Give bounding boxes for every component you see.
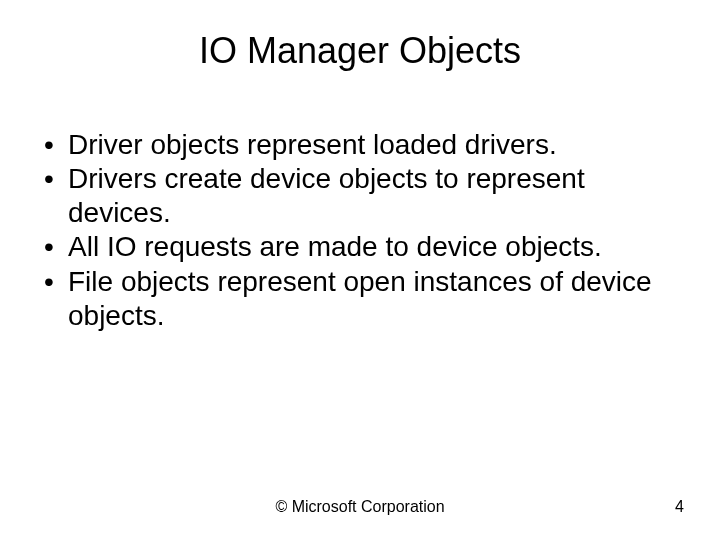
slide-body: Driver objects represent loaded drivers.… [40,128,660,333]
slide-title: IO Manager Objects [0,30,720,72]
slide: IO Manager Objects Driver objects repres… [0,0,720,540]
bullet-item: All IO requests are made to device objec… [40,230,660,264]
footer-copyright: © Microsoft Corporation [0,498,720,516]
page-number: 4 [675,498,684,516]
bullet-item: Drivers create device objects to represe… [40,162,660,230]
bullet-item: Driver objects represent loaded drivers. [40,128,660,162]
bullet-item: File objects represent open instances of… [40,265,660,333]
bullet-list: Driver objects represent loaded drivers.… [40,128,660,333]
